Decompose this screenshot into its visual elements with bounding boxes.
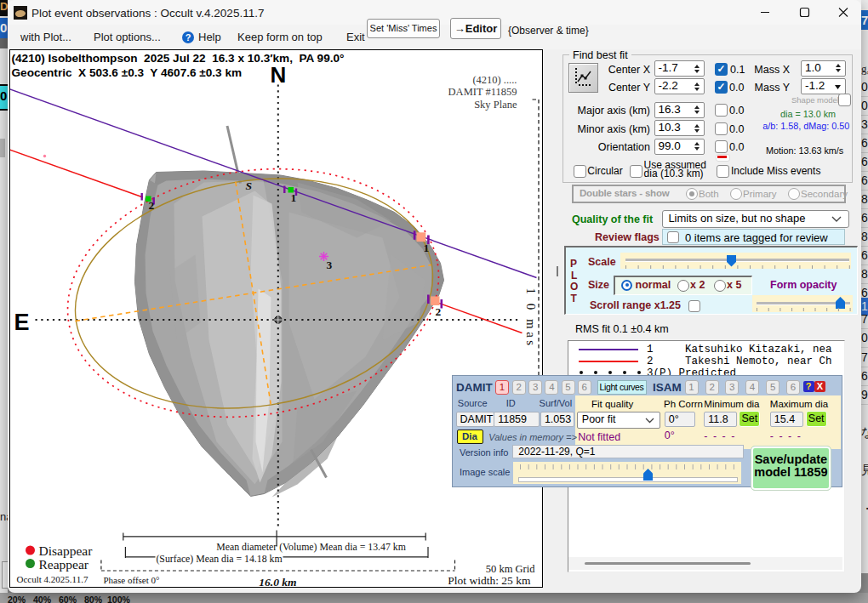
svg-text:N: N [271,62,287,88]
svg-text:DAMIT #11859: DAMIT #11859 [448,86,517,98]
svg-text:Geocentric X 503.6 ±0.3 Y 46: Geocentric X 503.6 ±0.3 Y 4607.6 ±0.3 km [12,66,243,79]
svg-text:(4210) Isobelthompson 2025 Ju: (4210) Isobelthompson 2025 Jul 22 16.3 x… [12,52,345,65]
svg-text:Mean diameter (Volume) Mean di: Mean diameter (Volume) Mean dia = 13.47 … [216,541,406,553]
svg-text:E: E [14,310,30,335]
svg-text:Phase offset 0°: Phase offset 0° [104,575,160,585]
svg-text:(4210) .....: (4210) ..... [472,74,517,86]
svg-text:(Surface) Mean dia = 14.18 km: (Surface) Mean dia = 14.18 km [156,553,282,565]
svg-text:Occult 4.2025.11.7: Occult 4.2025.11.7 [17,574,89,584]
svg-text:Reappear: Reappear [39,557,89,572]
svg-text:Disappear: Disappear [39,543,94,558]
svg-text:1: 1 [424,242,430,254]
svg-text:Plot width: 25 km: Plot width: 25 km [448,574,531,587]
svg-text:Sky Plane: Sky Plane [474,99,517,111]
svg-text:S: S [246,179,253,192]
svg-text:2: 2 [436,305,442,318]
svg-text:50 km Grid: 50 km Grid [486,563,535,575]
svg-text:3: 3 [327,259,333,271]
svg-text:16.0 km: 16.0 km [259,576,296,588]
svg-text:1 0 mas: 1 0 mas [524,288,538,349]
svg-text:1: 1 [291,191,297,204]
svg-text:2: 2 [149,199,155,212]
